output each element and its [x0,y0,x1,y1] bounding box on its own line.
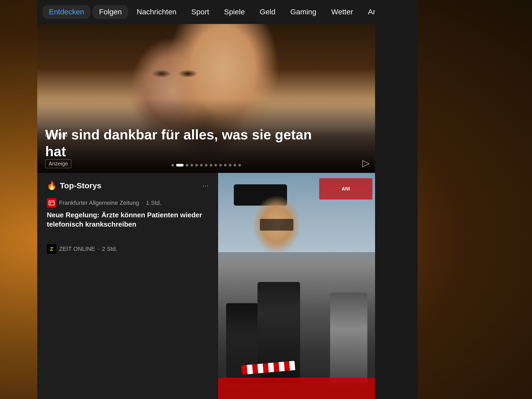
dot-9[interactable] [214,164,217,167]
bottom-section: 🔥 Top-Storys ··· Frankfurter Allgemein [37,173,375,399]
news-separator-2: · [98,246,99,252]
hero-headline: Wir sind dankbar für alles, was sie geta… [45,126,317,160]
nav-item-geld[interactable]: Geld [253,5,282,19]
red-banner [218,378,375,399]
news-source-row-2: Z ZEIT ONLINE · 2 Std. [47,244,209,254]
hero-ad-badge: Anzeige [45,159,71,168]
nav-item-gaming[interactable]: Gaming [284,5,323,19]
banner-text: ANI [342,186,350,192]
dot-1[interactable] [171,164,174,167]
more-menu-button[interactable]: ··· [202,181,209,190]
hero-next-arrow-icon[interactable]: ▷ [362,157,370,169]
dot-4[interactable] [190,164,193,167]
hero-section[interactable]: coretype Wir sind dankbar für alles, was… [37,24,375,173]
news-header-left: 🔥 Top-Storys [47,181,101,190]
dot-10[interactable] [219,164,222,167]
dot-11[interactable] [224,164,227,167]
dot-13[interactable] [234,164,236,167]
svg-rect-0 [49,201,54,205]
main-content-panel: Entdecken Folgen Nachrichten Sport Spiel… [37,0,375,399]
nav-item-entdecken[interactable]: Entdecken [43,5,90,19]
news-item-1[interactable]: Frankfurter Allgemeine Zeitung · 1 Std. … [47,198,209,237]
fire-icon: 🔥 [47,181,57,190]
nav-item-nachrichten[interactable]: Nachrichten [130,5,183,19]
person-figure-3 [330,293,367,383]
dot-2[interactable] [176,164,184,167]
navigation-bar: Entdecken Folgen Nachrichten Sport Spiel… [37,0,375,24]
eye-area [132,66,206,82]
dot-8[interactable] [210,164,212,167]
news-timestamp-1: 1 Std. [146,200,161,206]
protest-banner: ANI [319,178,372,200]
faz-source-icon [47,198,56,208]
dot-3[interactable] [186,164,188,167]
dot-14[interactable] [238,164,241,167]
glasses [260,219,293,231]
news-headline-1[interactable]: Neue Regelung: Ärzte können Patienten wi… [47,210,209,229]
carousel-dots [171,164,241,167]
news-source-name-2: ZEIT ONLINE [59,246,95,252]
right-edge-panel [375,0,418,399]
news-source-row-1: Frankfurter Allgemeine Zeitung · 1 Std. [47,198,209,208]
dot-6[interactable] [200,164,203,167]
news-item-2[interactable]: Z ZEIT ONLINE · 2 Std. [47,244,209,264]
news-panel: 🔥 Top-Storys ··· Frankfurter Allgemein [37,173,218,399]
face-main [253,196,301,254]
news-timestamp-2: 2 Std. [102,246,117,252]
crowd-image-panel[interactable]: ANI [218,173,375,399]
nav-item-spiele[interactable]: Spiele [218,5,251,19]
news-time-1: · [142,200,143,206]
zeit-source-icon: Z [47,244,56,254]
dot-12[interactable] [229,164,231,167]
dot-5[interactable] [195,164,198,167]
news-header: 🔥 Top-Storys ··· [47,181,209,190]
nav-item-wetter[interactable]: Wetter [325,5,359,19]
nav-item-sport[interactable]: Sport [185,5,215,19]
nav-item-folgen[interactable]: Folgen [93,5,128,19]
news-source-name-1: Frankfurter Allgemeine Zeitung [59,200,139,206]
news-section-title: Top-Storys [60,181,101,190]
dot-7[interactable] [205,164,207,167]
